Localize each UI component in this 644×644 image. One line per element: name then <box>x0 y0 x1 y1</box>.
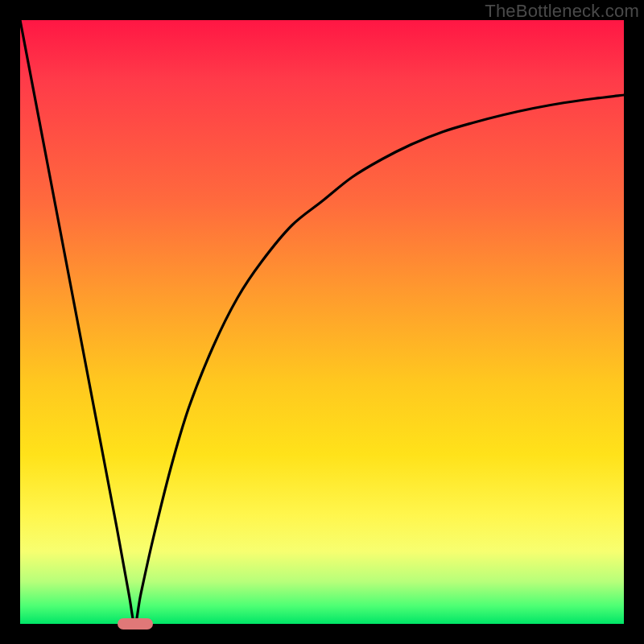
optimal-marker <box>118 618 153 630</box>
watermark-text: TheBottleneck.com <box>485 1 639 22</box>
bottleneck-curve <box>20 20 624 624</box>
